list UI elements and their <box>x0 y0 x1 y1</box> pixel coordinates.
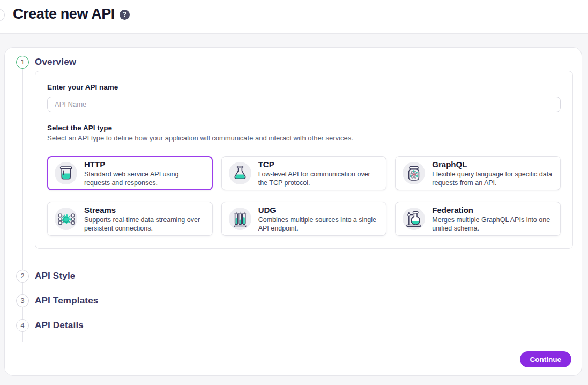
api-type-card-tcp[interactable]: TCP Low-level API for communication over… <box>221 156 387 190</box>
overview-form: Enter your API name Select the API type … <box>35 71 573 249</box>
create-api-wizard-card: 1 Overview Enter your API name Select th… <box>4 47 582 376</box>
api-type-description: Combines multiple sources into a single … <box>258 216 380 233</box>
round-flask-icon <box>402 207 426 231</box>
api-type-title: HTTP <box>84 160 206 169</box>
step-2-heading-api-style[interactable]: API Style <box>35 270 76 283</box>
step-3-circle: 3 <box>16 294 29 307</box>
api-type-grid: HTTP Standard web service API using requ… <box>47 156 561 236</box>
page-title-text: Create new API <box>13 6 115 22</box>
step-1-heading-overview[interactable]: Overview <box>35 56 76 69</box>
step-2-circle: 2 <box>16 270 29 283</box>
erlenmeyer-flask-icon <box>228 161 252 185</box>
api-type-card-graphql[interactable]: GraphQL Flexible query language for spec… <box>395 156 561 190</box>
api-type-description: Low-level API for communication over the… <box>258 170 380 187</box>
api-type-description: Flexible query language for specific dat… <box>432 170 554 187</box>
api-type-description: Standard web service API using requests … <box>84 170 206 187</box>
api-type-title: UDG <box>258 205 380 215</box>
api-name-label: Enter your API name <box>47 83 561 91</box>
page-title: Create new API? <box>13 6 130 23</box>
step-4-circle: 4 <box>16 319 29 332</box>
api-type-card-http[interactable]: HTTP Standard web service API using requ… <box>47 156 213 190</box>
continue-button[interactable]: Continue <box>520 351 572 367</box>
beaker-icon <box>54 161 78 185</box>
api-type-label: Select the API type <box>47 124 561 132</box>
api-type-card-federation[interactable]: Federation Merges multiple GraphQL APIs … <box>395 202 561 236</box>
test-tubes-icon <box>228 207 252 231</box>
footer-divider <box>14 342 572 342</box>
step-1-circle: 1 <box>16 56 29 69</box>
api-type-title: TCP <box>258 160 380 169</box>
api-name-input[interactable] <box>47 97 561 112</box>
step-4-heading-api-details[interactable]: API Details <box>35 319 84 332</box>
atom-jar-icon <box>402 161 426 185</box>
collapsed-nav-button[interactable] <box>0 9 5 21</box>
api-type-description: Supports real-time data streaming over p… <box>84 216 206 233</box>
page-header: Create new API? <box>0 0 588 34</box>
help-icon[interactable]: ? <box>120 10 130 20</box>
api-type-title: Streams <box>84 205 206 215</box>
api-type-description: Merges multiple GraphQL APIs into one un… <box>432 216 554 233</box>
pipeline-gear-icon <box>54 207 78 231</box>
api-type-card-streams[interactable]: Streams Supports real-time data streamin… <box>47 202 213 236</box>
step-3-heading-api-templates[interactable]: API Templates <box>35 294 99 307</box>
api-type-title: Federation <box>432 205 554 215</box>
api-type-title: GraphQL <box>432 160 554 169</box>
api-type-card-udg[interactable]: UDG Combines multiple sources into a sin… <box>221 202 387 236</box>
api-type-hint: Select an API type to define how your ap… <box>47 134 561 143</box>
